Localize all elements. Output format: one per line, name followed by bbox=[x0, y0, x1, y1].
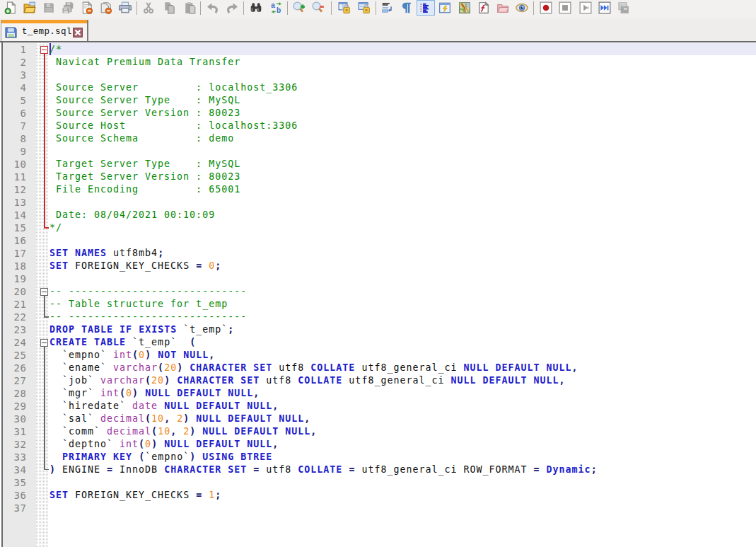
svg-text:b: b bbox=[277, 6, 281, 14]
svg-text:a: a bbox=[271, 1, 275, 9]
